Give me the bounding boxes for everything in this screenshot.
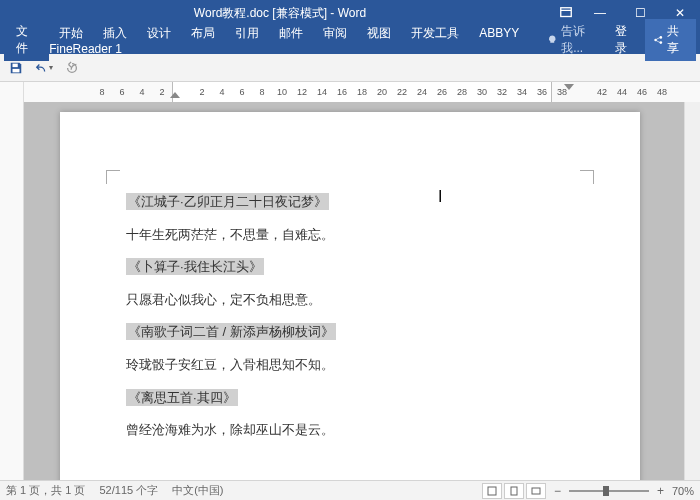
svg-rect-5 [13, 68, 20, 72]
tell-me-box[interactable]: 告诉我... [541, 19, 608, 61]
window-title: Word教程.doc [兼容模式] - Word [8, 5, 552, 22]
web-layout-button[interactable] [526, 483, 546, 499]
language-status[interactable]: 中文(中国) [172, 483, 223, 498]
redo-button[interactable] [62, 58, 82, 78]
svg-rect-7 [511, 487, 517, 495]
text-cursor-icon: I [438, 188, 442, 206]
word-count[interactable]: 52/115 个字 [99, 483, 158, 498]
zoom-slider[interactable] [569, 490, 649, 492]
document-line[interactable]: 《南歌子词二首 / 新添声杨柳枝词》 [126, 318, 574, 347]
horizontal-ruler[interactable]: 8642246810121416182022242628303234363842… [0, 82, 700, 102]
document-line[interactable]: 《离思五首·其四》 [126, 384, 574, 413]
svg-rect-0 [561, 8, 572, 17]
vertical-scrollbar[interactable] [684, 102, 700, 480]
zoom-level[interactable]: 70% [672, 485, 694, 497]
first-line-indent-marker[interactable] [170, 92, 180, 98]
redo-icon [65, 61, 79, 75]
document-line[interactable]: 十年生死两茫茫，不思量，自难忘。 [126, 221, 574, 250]
document-area[interactable]: 《江城子·乙卯正月二十日夜记梦》十年生死两茫茫，不思量，自难忘。《卜算子·我住长… [24, 102, 684, 480]
undo-icon [35, 61, 49, 75]
document-line[interactable]: 玲珑骰子安红豆，入骨相思知不知。 [126, 351, 574, 380]
status-bar: 第 1 页，共 1 页 52/115 个字 中文(中国) − + 70% [0, 480, 700, 500]
ribbon-tab-3[interactable]: 布局 [181, 22, 225, 44]
ribbon-tabs: 文件 开始插入设计布局引用邮件审阅视图开发工具ABBYY FineReader … [0, 26, 700, 54]
workspace: 《江城子·乙卯正月二十日夜记梦》十年生死两茫茫，不思量，自难忘。《卜算子·我住长… [0, 102, 700, 480]
read-mode-button[interactable] [482, 483, 502, 499]
print-layout-button[interactable] [504, 483, 524, 499]
share-button[interactable]: 共享 [645, 19, 696, 61]
svg-rect-4 [13, 63, 18, 67]
login-button[interactable]: 登录 [607, 19, 644, 61]
margin-corner-tr [580, 170, 594, 184]
file-tab[interactable]: 文件 [4, 19, 49, 61]
ribbon-tab-4[interactable]: 引用 [225, 22, 269, 44]
right-indent-marker[interactable] [564, 84, 574, 90]
ribbon-tab-6[interactable]: 审阅 [313, 22, 357, 44]
zoom-in-button[interactable]: + [657, 484, 664, 498]
document-line[interactable]: 《江城子·乙卯正月二十日夜记梦》 [126, 188, 574, 217]
document-line[interactable]: 曾经沧海难为水，除却巫山不是云。 [126, 416, 574, 445]
svg-rect-6 [488, 487, 496, 495]
zoom-out-button[interactable]: − [554, 484, 561, 498]
save-button[interactable] [6, 58, 26, 78]
vertical-ruler[interactable] [0, 102, 24, 480]
lightbulb-icon [547, 34, 558, 46]
document-line[interactable]: 只愿君心似我心，定不负相思意。 [126, 286, 574, 315]
page-count[interactable]: 第 1 页，共 1 页 [6, 483, 85, 498]
ribbon-tab-8[interactable]: 开发工具 [401, 22, 469, 44]
ribbon-tab-7[interactable]: 视图 [357, 22, 401, 44]
view-buttons [482, 483, 546, 499]
ribbon-tab-5[interactable]: 邮件 [269, 22, 313, 44]
svg-rect-8 [532, 488, 540, 494]
ribbon-tab-2[interactable]: 设计 [137, 22, 181, 44]
share-icon [653, 34, 663, 46]
page[interactable]: 《江城子·乙卯正月二十日夜记梦》十年生死两茫茫，不思量，自难忘。《卜算子·我住长… [60, 112, 640, 480]
document-line[interactable]: 《卜算子·我住长江头》 [126, 253, 574, 282]
undo-button[interactable]: ▾ [34, 58, 54, 78]
save-icon [9, 61, 23, 75]
margin-corner-tl [106, 170, 120, 184]
